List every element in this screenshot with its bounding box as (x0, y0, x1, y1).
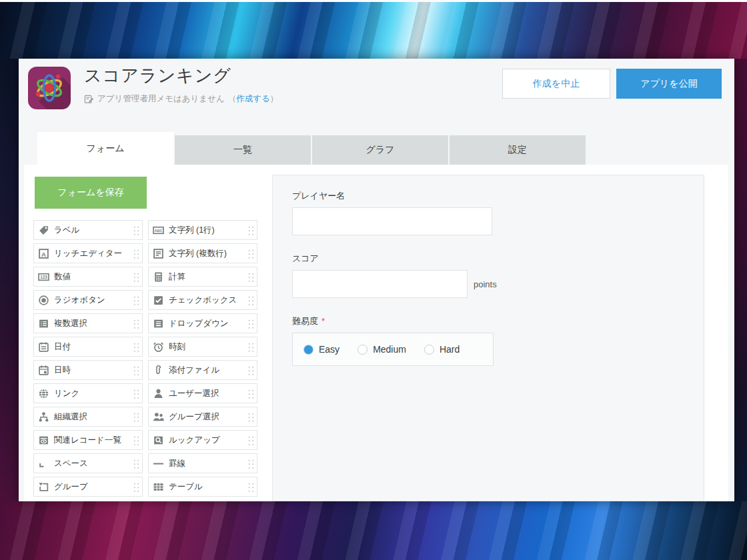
radio-option-label: Medium (373, 344, 406, 355)
wallpaper-bottom-band (0, 501, 747, 560)
tab-list[interactable]: 一覧 (175, 135, 311, 165)
palette-item-label: ルックアップ (169, 435, 247, 446)
palette-item-tag[interactable]: ラベル (33, 220, 143, 240)
save-form-button[interactable]: フォームを保存 (35, 177, 147, 209)
palette-item-table[interactable]: テーブル (148, 477, 257, 497)
palette-item-attachment[interactable]: 添付ファイル (148, 360, 257, 380)
palette-item-time[interactable]: 時刻 (148, 337, 257, 357)
tab-content-panel: フォームを保存 ラベルABC文字列 (1行)Aリッチエディター文字列 (複数行)… (24, 165, 728, 501)
field-input-row (292, 207, 704, 235)
drag-handle-icon[interactable] (132, 365, 140, 376)
memo-create-link[interactable]: 作成する (236, 94, 270, 103)
palette-item-dropdown[interactable]: ドロップダウン (148, 313, 257, 333)
palette-item-multi-select[interactable]: 複数選択 (33, 313, 143, 333)
checkbox-icon (153, 295, 164, 306)
palette-item-space[interactable]: スペース (33, 453, 143, 473)
palette-item-label: ユーザー選択 (169, 388, 247, 399)
radio-option-medium[interactable]: Medium (357, 344, 406, 355)
admin-memo-row: アプリ管理者用メモはありません （作成する） (84, 93, 278, 105)
palette-item-label: 数値 (54, 271, 132, 283)
drag-handle-icon[interactable] (247, 388, 255, 399)
palette-item-hr[interactable]: 罫線 (148, 453, 257, 473)
palette-item-checkbox[interactable]: チェックボックス (148, 290, 257, 310)
palette-item-label: グループ選択 (169, 411, 247, 423)
drag-handle-icon[interactable] (132, 271, 140, 283)
app-builder-window: スコアランキング アプリ管理者用メモはありません （作成する） 作成を中止 アプ… (19, 59, 734, 501)
time-icon (153, 341, 164, 353)
palette-item-label: 計算 (169, 271, 247, 283)
drag-handle-icon[interactable] (247, 225, 255, 236)
memo-text: アプリ管理者用メモはありません (97, 93, 225, 105)
tag-icon (38, 225, 49, 236)
drag-handle-icon[interactable] (247, 248, 255, 259)
palette-item-link[interactable]: リンク (33, 383, 143, 403)
drag-handle-icon[interactable] (247, 411, 255, 423)
svg-text:ABC: ABC (154, 229, 162, 233)
dropdown-icon (153, 318, 164, 329)
palette-item-number[interactable]: 123数値 (33, 267, 143, 287)
drag-handle-icon[interactable] (247, 435, 255, 446)
cancel-creation-button[interactable]: 作成を中止 (502, 69, 610, 99)
palette-item-user-select[interactable]: ユーザー選択 (148, 383, 257, 403)
group-select-icon (153, 411, 164, 423)
radio-option-hard[interactable]: Hard (424, 344, 460, 355)
radio-group-box: EasyMediumHard (292, 333, 494, 366)
score-input[interactable] (292, 270, 468, 298)
drag-handle-icon[interactable] (247, 271, 255, 283)
group-icon (38, 481, 49, 493)
palette-item-text-single[interactable]: ABC文字列 (1行) (148, 220, 257, 240)
field-input-row: points (292, 270, 704, 298)
publish-app-button[interactable]: アプリを公開 (616, 69, 722, 99)
palette-item-rich-editor[interactable]: Aリッチエディター (33, 243, 143, 263)
drag-handle-icon[interactable] (132, 458, 140, 469)
radio-selected-icon[interactable] (303, 345, 313, 355)
radio-unselected-icon[interactable] (357, 345, 367, 355)
form-field-score: スコアpoints (292, 253, 704, 298)
drag-handle-icon[interactable] (247, 365, 255, 376)
palette-item-org-select[interactable]: 組織選択 (33, 407, 143, 427)
drag-handle-icon[interactable] (247, 481, 255, 493)
drag-handle-icon[interactable] (247, 295, 255, 306)
radio-unselected-icon[interactable] (424, 345, 434, 355)
drag-handle-icon[interactable] (132, 248, 140, 259)
palette-item-datetime[interactable]: 日時 (33, 360, 143, 380)
tab-graph[interactable]: グラフ (312, 135, 448, 165)
palette-item-label: テーブル (169, 481, 247, 493)
drag-handle-icon[interactable] (132, 388, 140, 399)
palette-item-radio[interactable]: ラジオボタン (33, 290, 143, 310)
tab-bar: フォーム一覧グラフ設定 (37, 132, 587, 165)
palette-item-text-multi[interactable]: 文字列 (複数行) (148, 243, 257, 263)
drag-handle-icon[interactable] (132, 435, 140, 446)
tab-settings[interactable]: 設定 (450, 135, 586, 165)
paren-open: （ (228, 94, 237, 103)
palette-item-label: 複数選択 (54, 318, 132, 329)
drag-handle-icon[interactable] (132, 481, 140, 493)
drag-handle-icon[interactable] (132, 411, 140, 423)
palette-item-calc[interactable]: 計算 (148, 267, 257, 287)
tab-form[interactable]: フォーム (37, 132, 173, 165)
drag-handle-icon[interactable] (247, 341, 255, 353)
radio-icon (38, 295, 49, 306)
player-name-input[interactable] (292, 207, 492, 235)
field-label: プレイヤー名 (292, 190, 704, 202)
drag-handle-icon[interactable] (247, 458, 255, 469)
wallpaper-right-strip (734, 59, 747, 501)
palette-item-group[interactable]: グループ (33, 477, 143, 497)
drag-handle-icon[interactable] (132, 225, 140, 236)
related-records-icon (38, 435, 49, 446)
palette-item-group-select[interactable]: グループ選択 (148, 407, 257, 427)
radio-option-easy[interactable]: Easy (303, 344, 339, 355)
svg-text:A: A (41, 250, 46, 257)
drag-handle-icon[interactable] (132, 318, 140, 329)
unit-suffix-label: points (474, 279, 497, 289)
drag-handle-icon[interactable] (132, 295, 140, 306)
palette-item-label: 文字列 (複数行) (169, 248, 247, 259)
drag-handle-icon[interactable] (132, 341, 140, 353)
drag-handle-icon[interactable] (247, 318, 255, 329)
app-title: スコアランキング (84, 64, 231, 87)
palette-item-date[interactable]: 日付 (33, 337, 143, 357)
palette-item-label: 組織選択 (54, 411, 132, 423)
palette-item-related-records[interactable]: 関連レコード一覧 (33, 430, 143, 450)
palette-item-lookup[interactable]: ルックアップ (148, 430, 257, 450)
org-select-icon (38, 411, 49, 423)
